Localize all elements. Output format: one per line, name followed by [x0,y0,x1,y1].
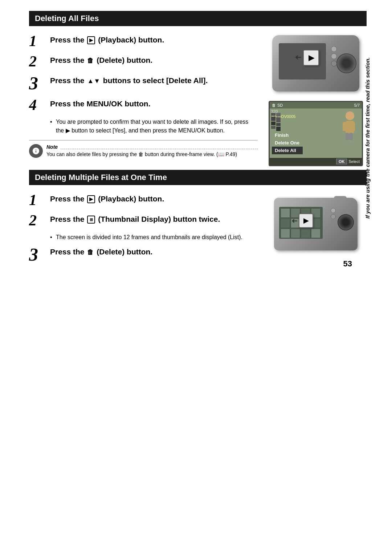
side-text-panel: If you are using the camera for the firs… [358,0,377,276]
playback-button-box[interactable]: ▶ [303,50,319,66]
s2-step3-block: 3 Press the 🗑 (Delete) button. [29,245,258,263]
step4-text: Press the MENU/OK button. [50,97,258,109]
note-label: Note [46,144,58,150]
trash-icon: 🗑 [87,57,94,65]
s2-step2-text: Press the ⊞ (Thumbnail Display) button t… [50,213,258,224]
svg-rect-4 [346,133,349,140]
camera-top-illustration: ▶ ➜ [269,33,363,95]
s2-trash-icon: 🗑 [87,248,94,257]
camera2-illustration: ▶ ➜ [270,196,361,254]
lcd-menu: Finish Delete One Delete All [272,131,303,154]
lcd-screen-illustration: 🗑 SD 5/7 320 ★RMOV0005 [269,101,363,166]
lcd-bottom-bar: OK Select [270,158,362,165]
svg-rect-3 [351,122,355,131]
arrow-pointer: ➜ [295,53,302,62]
step3-text: Press the ▲▼ buttons to select [Delete A… [50,74,258,85]
lcd-top-bar: 🗑 SD 5/7 [270,102,362,109]
lcd-ok-label: OK [336,159,347,164]
svg-rect-2 [343,122,347,131]
s2-bullet-text: The screen is divided into 12 frames and… [50,233,258,242]
s2-thumbnail-icon: ⊞ [87,216,95,224]
note-block: Note You can also delete files by pressi… [29,140,258,158]
s2-step2-bullet: The screen is divided into 12 frames and… [50,233,258,242]
lcd-trash-icon: 🗑 [272,103,276,107]
bullet-text: You are prompted to confirm that you wan… [50,118,258,135]
section1-steps: 1 Press the ▶ (Playback) button. 2 Press… [29,33,258,166]
s2-playback-icon: ▶ [87,195,95,203]
lcd-thumb-bars [271,113,281,131]
camera2-playback-callout: ▶ ➜ [299,213,313,228]
note-text-block: Note You can also delete files by pressi… [46,144,258,158]
s2-step2-number: 2 [29,213,47,228]
camera-lens-area [336,53,356,73]
step1-number: 1 [29,33,47,49]
s2-step3-number: 3 [29,245,47,263]
step4-number: 4 [29,97,47,113]
playback-button-callout: ▶ ➜ [303,50,319,66]
s2-step1-number: 1 [29,192,47,208]
camera2-lens [338,214,354,230]
camera2-controls [331,208,336,219]
step2-block: 2 Press the 🗑 (Delete) button. [29,54,258,69]
section-deleting-all-files: Deleting All Files 1 Press the ▶ (Playba… [29,11,367,166]
s2-step3-text: Press the 🗑 (Delete) button. [50,245,258,257]
note-separator [61,149,258,149]
s2-step1-text: Press the ▶ (Playback) button. [50,192,258,204]
step3-number: 3 [29,74,47,92]
step1-text: Press the ▶ (Playback) button. [50,33,258,45]
lcd-menu-finish: Finish [272,131,303,139]
lcd-menu-delete-one: Delete One [272,139,303,147]
s2-step1-block: 1 Press the ▶ (Playback) button. [29,192,258,208]
camera2-body [274,198,358,250]
section-deleting-multiple-files: Deleting Multiple Files at One Time 1 Pr… [29,170,367,269]
section2-steps: 1 Press the ▶ (Playback) button. 2 Press… [29,192,258,269]
section2-illustration: ▶ ➜ [265,192,367,269]
svg-point-0 [346,111,354,120]
step4-block: 4 Press the MENU/OK button. [29,97,258,113]
s2-step2-block: 2 Press the ⊞ (Thumbnail Display) button… [29,213,258,228]
note-icon [29,144,43,158]
step3-block: 3 Press the ▲▼ buttons to select [Delete… [29,74,258,92]
camera-lens [336,53,356,73]
step2-text: Press the 🗑 (Delete) button. [50,54,258,65]
lcd-menu-delete-all: Delete All [272,147,303,154]
camera2-playback-button[interactable]: ▶ [299,213,313,228]
step1-block: 1 Press the ▶ (Playback) button. [29,33,258,49]
arrows-icon: ▲▼ [87,77,100,85]
step2-number: 2 [29,54,47,69]
lcd-person [339,109,359,143]
side-text-content: If you are using the camera for the firs… [364,57,371,218]
note-content: You can also delete files by pressing th… [46,151,258,158]
lcd-sd-label: SD [277,103,283,107]
camera2-arrow: ➜ [291,216,298,225]
section1-illustrations: ▶ ➜ 🗑 SD 5/7 320 ★RMOV0005 [265,33,367,166]
svg-rect-5 [349,133,353,140]
section1-header: Deleting All Files [29,11,367,26]
page-number: 53 [343,259,352,269]
step4-bullet: You are prompted to confirm that you wan… [50,118,258,135]
note-svg-icon [32,147,40,155]
playback-icon: ▶ [87,36,95,44]
section2-header: Deleting Multiple Files at One Time [29,170,367,185]
